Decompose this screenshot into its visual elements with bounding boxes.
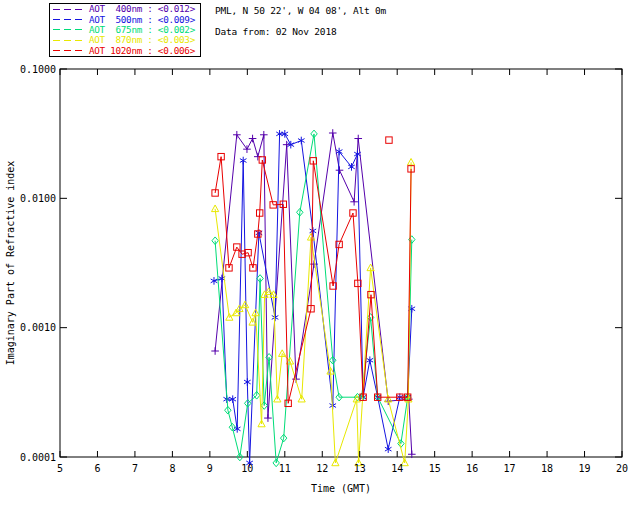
chart-canvas: 5678910111213141516171819200.10000.01000… <box>0 0 640 512</box>
legend-label-400nm: AOT 400nm : <0.012> <box>89 4 195 14</box>
legend-entry-400nm: AOT 400nm : <0.012> <box>50 4 200 14</box>
x-tick-label: 12 <box>316 463 328 474</box>
legend-label-870nm: AOT 870nm : <0.003> <box>89 35 195 45</box>
y-tick-label: 0.0010 <box>20 322 56 333</box>
legend: AOT 400nm : <0.012>AOT 500nm : <0.009>AO… <box>49 3 201 57</box>
legend-line-sample-400nm <box>52 7 86 12</box>
x-tick-label: 19 <box>579 463 591 474</box>
site-location-text: PML, N 50 22', W 04 08', Alt 0m <box>215 5 386 16</box>
x-tick-label: 13 <box>354 463 366 474</box>
legend-entry-870nm: AOT 870nm : <0.003> <box>50 35 200 45</box>
x-tick-label: 20 <box>616 463 628 474</box>
x-tick-label: 7 <box>132 463 138 474</box>
x-tick-label: 15 <box>429 463 441 474</box>
legend-entry-1020nm: AOT 1020nm : <0.006> <box>50 46 200 56</box>
x-tick-label: 18 <box>541 463 553 474</box>
legend-line-sample-675nm <box>52 27 86 32</box>
aeronet-plot-page: AOT 400nm : <0.012>AOT 500nm : <0.009>AO… <box>0 0 640 512</box>
data-date-text: Data from: 02 Nov 2018 <box>215 26 386 37</box>
x-axis-title: Time (GMT) <box>311 483 371 494</box>
y-tick-label: 0.0001 <box>20 452 56 463</box>
data-series <box>211 129 416 467</box>
legend-line-sample-870nm <box>52 38 86 43</box>
x-tick-label: 8 <box>169 463 175 474</box>
x-tick-label: 10 <box>241 463 253 474</box>
legend-line-sample-500nm <box>52 17 86 22</box>
x-tick-label: 5 <box>57 463 63 474</box>
y-axis-title: Imaginary Part of Refractive index <box>5 161 16 366</box>
legend-line-sample-1020nm <box>52 48 86 53</box>
y-tick-label: 0.0100 <box>20 193 56 204</box>
x-tick-label: 11 <box>279 463 291 474</box>
x-tick-label: 16 <box>466 463 478 474</box>
legend-label-1020nm: AOT 1020nm : <0.006> <box>89 46 195 56</box>
header: PML, N 50 22', W 04 08', Alt 0m Data fro… <box>215 5 386 47</box>
axis-ticks: 5678910111213141516171819200.10000.01000… <box>20 64 628 475</box>
x-tick-label: 9 <box>207 463 213 474</box>
x-tick-label: 14 <box>391 463 403 474</box>
x-tick-label: 17 <box>504 463 516 474</box>
x-tick-label: 6 <box>94 463 100 474</box>
y-tick-label: 0.1000 <box>20 64 56 75</box>
